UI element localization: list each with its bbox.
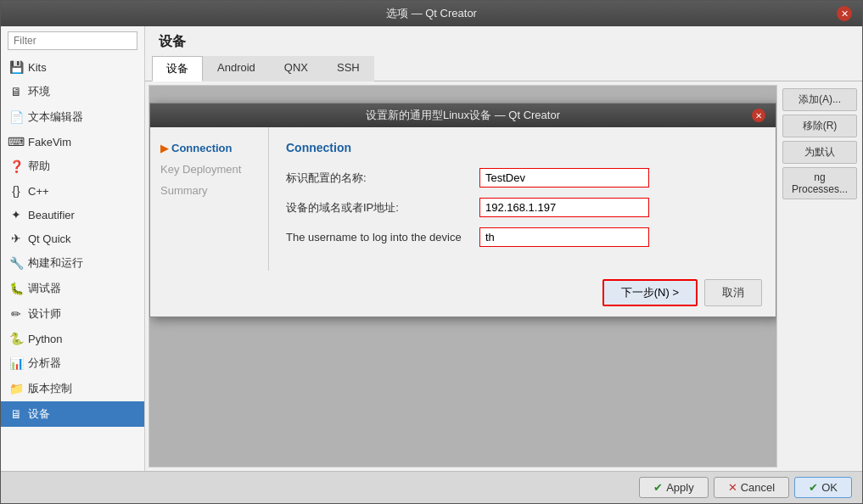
sidebar-item-designer[interactable]: ✏ 设计师 [1,301,144,327]
analyzer-icon: 📊 [9,356,23,370]
cancel-button[interactable]: ✕ Cancel [714,477,789,498]
sidebar-item-label-devices: 设备 [28,406,50,422]
cancel-label: Cancel [741,481,775,494]
sidebar-item-build[interactable]: 🔧 构建和运行 [1,250,144,276]
sidebar-item-beautifier[interactable]: ✦ Beautifier [1,203,144,227]
sidebar-filter-input[interactable] [8,31,137,50]
apply-button[interactable]: ✔ Apply [639,477,709,498]
ok-label: OK [821,481,838,494]
device-ip-input[interactable] [479,198,649,217]
fakevim-icon: ⌨ [9,135,23,148]
sidebar-item-analyzer[interactable]: 📊 分析器 [1,350,144,376]
apply-label: Apply [666,481,694,494]
content-area: 💾 Kits 🖥 环境 📄 文本编辑器 ⌨ FakeVim ❓ 帮助 [1,26,862,471]
cpp-icon: {} [9,184,23,198]
dialog-nav-key-deployment[interactable]: Key Deployment [150,159,268,180]
dialog-close-button[interactable]: ✕ [752,109,765,122]
add-device-button[interactable]: 添加(A)... [782,88,857,111]
processes-button[interactable]: ng Processes... [782,167,857,199]
nav-arrow-icon: ▶ [160,143,168,154]
dialog-footer: 下一步(N) > 取消 [150,271,776,316]
qtquick-icon: ✈ [9,232,23,245]
help-icon: ❓ [9,160,23,173]
form-label-name: 标识配置的名称: [286,171,473,186]
sidebar-item-texteditor[interactable]: 📄 文本编辑器 [1,104,144,130]
devices-icon: 🖥 [9,407,23,421]
tabs-row: 设备 Android QNX SSH [145,56,862,81]
sidebar-item-env[interactable]: 🖥 环境 [1,79,144,104]
sidebar-item-help[interactable]: ❓ 帮助 [1,154,144,179]
sidebar-item-cpp[interactable]: {} C++ [1,179,144,203]
sidebar-item-devices[interactable]: 🖥 设备 [1,401,144,427]
sidebar-item-qtquick[interactable]: ✈ Qt Quick [1,227,144,250]
bottom-bar: ✔ Apply ✕ Cancel ✔ OK [1,471,862,503]
form-label-username: The username to log into the device [286,231,473,244]
form-row-ip: 设备的域名或者IP地址: [286,198,759,217]
tabs-bar: 设备 Android QNX SSH [145,56,862,81]
dialog-main-form: Connection 标识配置的名称: 设备的域名或者IP地址: [269,127,776,271]
sidebar-item-label-analyzer: 分析器 [28,356,61,371]
sidebar-item-label-vcs: 版本控制 [28,381,72,396]
beautifier-icon: ✦ [9,208,23,221]
dialog-nav-label-connection: Connection [171,142,233,154]
dialog-body: ▶ Connection Key Deployment Summary [150,127,776,271]
dialog-nav-label-summary: Summary [160,184,208,197]
sidebar-item-label-build: 构建和运行 [28,255,83,271]
dialog-nav: ▶ Connection Key Deployment Summary [150,127,269,271]
debugger-icon: 🐛 [9,282,23,295]
sidebar: 💾 Kits 🖥 环境 📄 文本编辑器 ⌨ FakeVim ❓ 帮助 [1,26,145,471]
tab-main-content: 设置新的通用型Linux设备 — Qt Creator ✕ ▶ Connecti… [149,85,777,468]
designer-icon: ✏ [9,307,23,321]
tab-content-area: 设置新的通用型Linux设备 — Qt Creator ✕ ▶ Connecti… [145,81,862,471]
set-default-button[interactable]: 为默认 [782,141,857,164]
sidebar-item-label-texteditor: 文本编辑器 [28,109,83,125]
sidebar-item-label-designer: 设计师 [28,306,61,322]
dialog-next-button[interactable]: 下一步(N) > [602,279,698,306]
window-close-button[interactable]: ✕ [837,6,852,21]
dialog-nav-connection[interactable]: ▶ Connection [150,137,268,159]
tab-devices[interactable]: 设备 [152,56,203,81]
remove-device-button[interactable]: 移除(R) [782,115,857,137]
device-username-input[interactable] [479,227,649,247]
panel-title: 设备 [145,26,862,56]
device-name-input[interactable] [479,168,649,188]
sidebar-item-label-beautifier: Beautifier [28,209,75,221]
cancel-x-icon: ✕ [728,481,737,494]
sidebar-item-fakevim[interactable]: ⌨ FakeVim [1,130,144,154]
tab-android[interactable]: Android [203,56,270,81]
sidebar-item-python[interactable]: 🐍 Python [1,327,144,350]
tab-ssh[interactable]: SSH [322,56,374,81]
sidebar-item-debugger[interactable]: 🐛 调试器 [1,276,144,301]
dialog-nav-label-keydeployment: Key Deployment [160,163,241,176]
ok-button[interactable]: ✔ OK [794,477,852,498]
build-icon: 🔧 [9,256,23,270]
sidebar-item-label-env: 环境 [28,84,50,99]
dialog: 设置新的通用型Linux设备 — Qt Creator ✕ ▶ Connecti… [149,103,776,317]
dialog-nav-summary[interactable]: Summary [150,180,268,201]
dialog-section-title: Connection [286,141,759,154]
right-buttons-panel: 添加(A)... 移除(R) 为默认 ng Processes... [777,81,862,471]
window-title: 选项 — Qt Creator [26,6,837,21]
sidebar-item-label-cpp: C++ [28,185,49,198]
form-label-ip: 设备的域名或者IP地址: [286,200,473,216]
sidebar-item-kits[interactable]: 💾 Kits [1,55,144,79]
form-row-username: The username to log into the device [286,227,759,247]
vcs-icon: 📁 [9,382,23,395]
sidebar-item-label-kits: Kits [28,61,47,74]
env-icon: 🖥 [9,85,23,98]
python-icon: 🐍 [9,332,23,345]
dialog-title: 设置新的通用型Linux设备 — Qt Creator [174,108,752,123]
sidebar-item-vcs[interactable]: 📁 版本控制 [1,376,144,401]
kits-icon: 💾 [9,60,23,74]
tab-qnx[interactable]: QNX [270,56,322,81]
ok-check-icon: ✔ [809,481,818,494]
sidebar-item-label-qtquick: Qt Quick [28,232,71,245]
overlay-backdrop: 设置新的通用型Linux设备 — Qt Creator ✕ ▶ Connecti… [149,86,776,467]
dialog-title-bar: 设置新的通用型Linux设备 — Qt Creator ✕ [150,104,776,127]
dialog-cancel-button[interactable]: 取消 [704,279,762,306]
title-bar: 选项 — Qt Creator ✕ [1,1,862,26]
main-window: 选项 — Qt Creator ✕ 💾 Kits 🖥 环境 📄 文本编辑器 [0,0,863,504]
sidebar-scroll-area: 💾 Kits 🖥 环境 📄 文本编辑器 ⌨ FakeVim ❓ 帮助 [1,55,144,471]
form-row-name: 标识配置的名称: [286,168,759,188]
sidebar-item-label-fakevim: FakeVim [28,136,71,148]
